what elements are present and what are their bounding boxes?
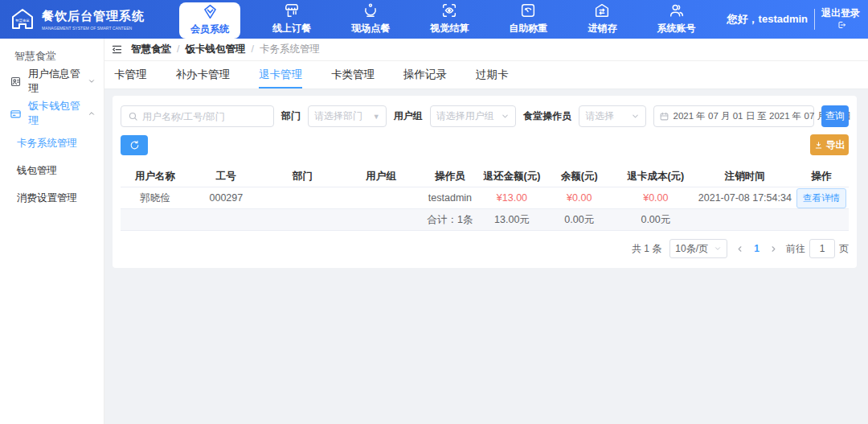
nav-label: 视觉结算 [430,22,469,35]
breadcrumb-item[interactable]: 饭卡钱包管理 [171,43,245,56]
cell-card-cost: ¥0.00 [616,192,696,204]
tab-card-type[interactable]: 卡类管理 [331,61,375,89]
group-select[interactable]: 请选择用户组 [430,105,516,127]
chevron-down-icon [631,112,640,121]
cell-cancel-time: 2021-07-08 17:54:34 [696,192,794,204]
tab-operation-log[interactable]: 操作记录 [403,61,447,89]
col-header: 工号 [190,170,263,183]
nav-item-member[interactable]: 会员系统 [179,2,240,39]
summary-label: 合计：1条 [419,213,481,227]
cell-action: 查看详情 [794,188,849,208]
col-header: 注销时间 [696,170,794,183]
warehouse-transfer-icon [593,3,611,19]
cell-user-name: 郭晓俭 [121,191,190,205]
main-area: 智慧食堂 饭卡钱包管理 卡务系统管理 卡管理 补办卡管理 退卡管理 卡类管理 操… [104,39,868,424]
vision-scan-eye-icon [440,3,458,19]
breadcrumb-item[interactable]: 智慧食堂 [131,43,171,56]
tab-bar: 卡管理 补办卡管理 退卡管理 卡类管理 操作记录 过期卡 [104,61,868,89]
nav-item-account[interactable]: 系统账号 [649,0,704,39]
search-icon [128,111,138,121]
sidebar-sub-label: 卡务系统管理 [17,137,77,150]
query-button[interactable]: 查询 [821,105,849,127]
nav-item-self-weighing[interactable]: 自助称重 [501,0,555,39]
nav-item-inventory[interactable]: 进销存 [579,0,624,39]
group-label: 用户组 [394,109,423,123]
sidebar-sub-label: 消费设置管理 [17,191,77,205]
refresh-button[interactable] [121,135,148,155]
sidebar-item-card-wallet[interactable]: 饭卡钱包管理 [0,97,104,130]
sidebar-section-title: 智慧食堂 [0,39,104,65]
caret-down-icon: ▼ [373,113,380,121]
nav-item-onsite-order[interactable]: 现场点餐 [343,0,398,39]
date-range-picker[interactable]: 2021 年 07 月 01 日 至 2021 年 07 月 08 日 [653,105,814,127]
nav-label: 会员系统 [190,23,229,36]
sidebar-item-label: 用户信息管理 [28,67,88,96]
goto-page-input[interactable] [809,239,835,258]
col-header: 操作员 [419,170,481,183]
sidebar-item-label: 饭卡钱包管理 [28,99,88,128]
storefront-icon [283,3,301,19]
table-row: 郭晓俭 000297 testadmin ¥13.00 ¥0.00 ¥0.00 … [121,187,849,209]
page-number-current[interactable]: 1 [752,243,761,254]
user-card-icon [10,76,22,88]
scale-icon [519,3,537,19]
tab-refund-card[interactable]: 退卡管理 [259,61,302,89]
app-title: 餐饮后台管理系统 [42,9,148,24]
search-field [121,105,274,127]
nav-item-online-order[interactable]: 线上订餐 [264,0,319,39]
col-header: 退卡成本(元) [616,170,696,183]
goto-page: 前往 页 [786,239,849,258]
gem-icon [202,4,219,20]
sidebar-sub-consume-settings[interactable]: 消费设置管理 [0,184,104,212]
toolbar-row: 导出 [121,134,849,155]
nav-label: 进销存 [588,22,616,35]
cell-balance: ¥0.00 [542,192,616,204]
sidebar-sub-card-system[interactable]: 卡务系统管理 [0,130,104,157]
export-button[interactable]: 导出 [810,134,849,155]
sidebar-item-user-info[interactable]: 用户信息管理 [0,65,104,97]
calendar-icon [659,111,669,121]
page-suffix: 页 [839,242,849,256]
users-icon [668,3,686,19]
app-logo: 智慧食堂 餐饮后台管理系统 MANAGEMENT SYSTEM OF SMART… [0,6,167,32]
dept-select[interactable]: 请选择部门 ▼ [308,105,387,127]
col-header: 用户组 [342,170,419,183]
wallet-card-icon [10,108,22,120]
logout-icon [837,20,846,30]
canteen-logo-icon: 智慧食堂 [10,6,35,32]
table-header-row: 用户名称 工号 部门 用户组 操作员 退还金额(元) 余额(元) 退卡成本(元)… [121,166,849,187]
sidebar-sub-label: 钱包管理 [17,164,57,178]
user-greeting: 您好，testadmin [727,12,808,27]
page-size-select[interactable]: 10条/页 [669,239,727,258]
chevron-up-icon [88,109,96,117]
dept-label: 部门 [281,109,301,123]
operator-select[interactable]: 请选择 [579,105,645,127]
col-header: 操作 [794,170,849,183]
menu-fold-icon[interactable] [111,43,123,56]
cell-refund-amount: ¥13.00 [481,192,542,204]
summary-balance: 0.00元 [542,213,616,227]
tab-reissue-card[interactable]: 补办卡管理 [176,61,231,89]
logo-badge-text: 智慧食堂 [15,18,29,23]
prev-page-button[interactable] [735,245,744,253]
search-input[interactable] [142,111,267,122]
logout-button[interactable]: 退出登录 [821,7,860,31]
nav-label: 线上订餐 [272,22,311,35]
next-page-button[interactable] [769,245,778,253]
tab-expired-card[interactable]: 过期卡 [476,61,509,89]
sidebar-sub-wallet[interactable]: 钱包管理 [0,157,104,184]
view-detail-button[interactable]: 查看详情 [796,188,846,208]
dish-icon [362,3,379,19]
refresh-icon [129,140,140,150]
col-header: 用户名称 [121,170,190,183]
chevron-down-icon [714,245,722,253]
nav-label: 自助称重 [509,22,547,35]
nav-item-vision-checkout[interactable]: 视觉结算 [422,0,477,39]
top-header: 智慧食堂 餐饮后台管理系统 MANAGEMENT SYSTEM OF SMART… [0,0,868,39]
operator-label: 食堂操作员 [523,109,571,123]
summary-refund: 13.00元 [481,213,542,227]
nav-label: 系统账号 [657,22,696,35]
cell-operator: testadmin [419,192,481,204]
sidebar: 智慧食堂 用户信息管理 饭卡钱包管理 卡务系 [0,39,104,424]
tab-card-mgmt[interactable]: 卡管理 [114,61,147,89]
